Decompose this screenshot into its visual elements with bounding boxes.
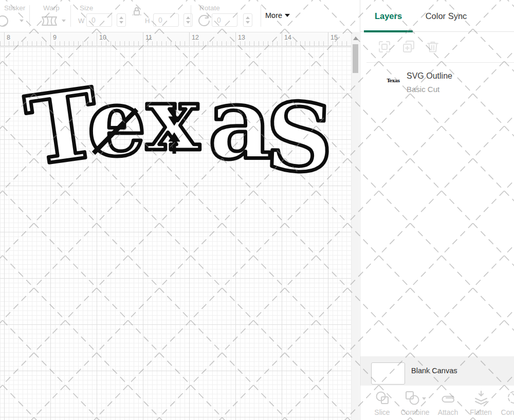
panel-divider — [366, 62, 514, 63]
tab-layers-label: Layers — [375, 11, 402, 21]
rotate-input[interactable] — [212, 14, 237, 26]
more-label: More — [265, 11, 282, 20]
size-tool-group: Size W H — [71, 0, 189, 32]
rotate-label: Rotate — [199, 4, 220, 12]
horizontal-ruler: 8 9 10 11 12 13 14 15 — [0, 32, 351, 46]
tab-color-sync[interactable]: Color Sync — [421, 0, 471, 32]
layer-list-item[interactable]: Texas SVG Outline Basic Cut — [360, 66, 514, 101]
layers-panel: Layers Color Sync — [360, 0, 514, 420]
rotate-stepper[interactable] — [243, 13, 252, 27]
flatten-icon — [473, 390, 489, 407]
ruler-unit: 9 — [53, 34, 57, 41]
artwork-letter-e: e — [87, 68, 146, 176]
select-all-icon[interactable] — [378, 40, 391, 53]
blank-canvas-row[interactable]: Blank Canvas — [360, 356, 514, 386]
tab-layers[interactable]: Layers — [364, 0, 413, 32]
height-field-label: H — [145, 17, 150, 25]
layer-actions-bar: Slice Combine Attach — [360, 386, 514, 420]
ruler-unit: 15 — [331, 34, 338, 41]
rotate-input-box — [212, 13, 237, 27]
canvas-scrollbar[interactable] — [351, 32, 359, 420]
slice-icon — [375, 390, 390, 407]
canvas-color-swatch[interactable] — [371, 362, 405, 385]
warp-icon[interactable] — [40, 15, 59, 27]
artwork-letter-S: S — [264, 81, 335, 193]
scrollbar-up-arrow-icon[interactable] — [353, 36, 358, 40]
sticker-label: Sticker — [4, 4, 25, 12]
layer-cut-type: Basic Cut — [407, 85, 439, 94]
ruler-unit: 10 — [99, 34, 106, 41]
size-label: Size — [80, 4, 93, 12]
slice-button[interactable]: Slice — [368, 386, 397, 420]
duplicate-icon[interactable] — [402, 40, 415, 53]
flatten-label: Flatten — [470, 408, 492, 416]
warp-tool-group: Warp — [30, 0, 70, 32]
tab-color-sync-label: Color Sync — [426, 11, 467, 21]
contour-label: Contour — [501, 408, 514, 416]
combine-button[interactable]: Combine — [400, 386, 430, 420]
height-input[interactable] — [154, 14, 178, 26]
layer-title: SVG Outline — [407, 71, 452, 81]
width-input-box — [86, 13, 112, 27]
attach-label: Attach — [438, 408, 458, 416]
canvas-toolbar: Sticker Warp Size W — [0, 0, 360, 32]
combine-label: Combine — [400, 408, 429, 416]
ruler-unit: 11 — [145, 34, 152, 41]
warp-dropdown-caret[interactable] — [62, 20, 66, 22]
ruler-unit: 8 — [7, 34, 10, 41]
ruler-unit: 14 — [284, 34, 291, 41]
contour-button[interactable]: Contour — [499, 386, 514, 420]
rotate-icon[interactable] — [197, 14, 211, 28]
height-input-box — [153, 13, 179, 27]
layer-tools-row — [360, 37, 514, 60]
combine-dropdown-caret[interactable] — [422, 397, 426, 400]
slice-label: Slice — [374, 408, 390, 416]
sticker-tool-group: Sticker — [0, 0, 29, 32]
attach-button[interactable]: Attach — [433, 386, 463, 420]
more-button[interactable]: More — [265, 11, 290, 20]
combine-icon — [405, 390, 420, 407]
attach-icon — [439, 390, 457, 407]
scrollbar-thumb[interactable] — [353, 44, 358, 73]
width-stepper[interactable] — [117, 13, 126, 27]
layer-thumbnail: Texas — [384, 78, 402, 87]
more-dropdown-caret — [285, 14, 290, 17]
contour-icon — [506, 390, 514, 407]
toolbar-divider — [261, 5, 261, 27]
sticker-dropdown-caret[interactable] — [20, 20, 24, 22]
texas-artwork[interactable]: T e x a S — [0, 47, 351, 216]
panel-tab-bar: Layers Color Sync — [360, 0, 514, 32]
rotate-tool-group: Rotate — [191, 0, 260, 32]
design-canvas[interactable]: T e x a S — [0, 47, 351, 420]
lock-aspect-icon[interactable] — [132, 6, 141, 16]
blank-canvas-label: Blank Canvas — [411, 367, 457, 375]
width-field-label: W — [78, 17, 84, 25]
app-root: Sticker Warp Size W — [0, 0, 514, 420]
ruler-unit: 13 — [238, 34, 245, 41]
width-input[interactable] — [87, 14, 112, 26]
artwork-letter-a: a — [208, 65, 272, 181]
ruler-unit: 12 — [192, 34, 199, 41]
flatten-button[interactable]: Flatten — [466, 386, 495, 420]
delete-icon[interactable] — [426, 40, 439, 53]
warp-label: Warp — [43, 4, 60, 12]
sticker-icon[interactable] — [0, 14, 13, 28]
